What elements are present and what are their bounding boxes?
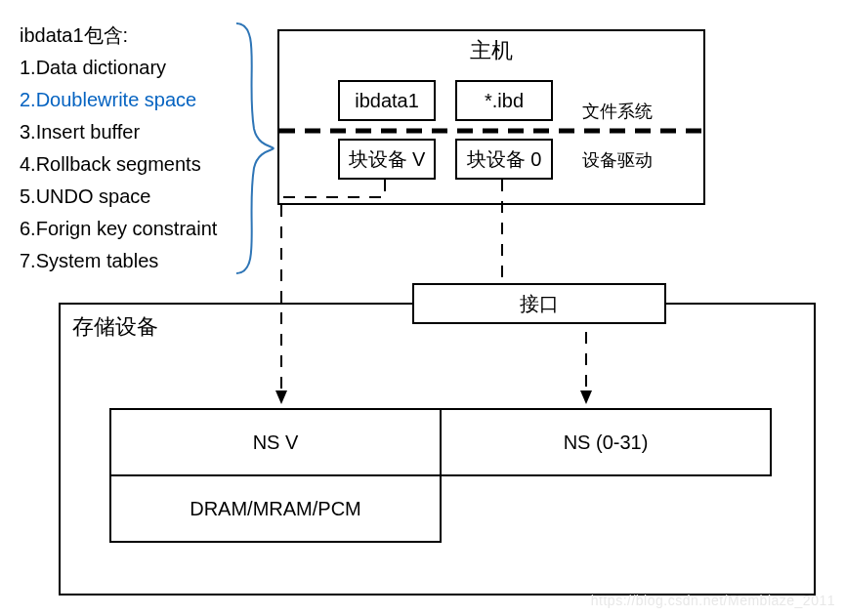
block-device-0-label: 块设备 0 [467, 146, 542, 173]
ns-031-box: NS (0-31) [440, 408, 772, 476]
list-item-highlight: 2.Doublewrite space [20, 84, 217, 116]
memory-box: DRAM/MRAM/PCM [109, 474, 442, 543]
ibd-file-box: *.ibd [455, 80, 553, 121]
list-item: 7.System tables [20, 245, 217, 277]
host-box: 主机 ibdata1 块设备 V *.ibd 块设备 0 文件系统 设备驱动 [277, 29, 705, 205]
fs-label: 文件系统 [582, 100, 653, 123]
curly-brace-icon [232, 21, 275, 275]
dashed-divider [279, 128, 703, 134]
block-device-0-box: 块设备 0 [455, 139, 553, 180]
list-item: 4.Rollback segments [20, 148, 217, 181]
ibdata1-file-box: ibdata1 [338, 80, 436, 121]
watermark: https://blog.csdn.net/Memblaze_2011 [591, 593, 835, 608]
interface-box: 接口 [412, 283, 666, 324]
list-item: 6.Forign key constraint [20, 213, 217, 245]
ibdata1-label: ibdata1 [355, 90, 419, 112]
ns-031-label: NS (0-31) [564, 431, 649, 454]
host-title: 主机 [279, 37, 703, 64]
ibd-label: *.ibd [485, 90, 524, 112]
storage-title: 存储设备 [72, 312, 158, 342]
storage-box: 存储设备 接口 NS V DRAM/MRAM/PCM NS (0-31) [59, 303, 816, 595]
memory-label: DRAM/MRAM/PCM [190, 498, 361, 520]
block-device-v-box: 块设备 V [338, 139, 436, 180]
interface-label: 接口 [520, 291, 559, 317]
list-item: 1.Data dictionary [20, 52, 217, 84]
list-item: 3.Insert buffer [20, 116, 217, 148]
list-title: ibdata1包含: [20, 20, 217, 52]
list-item: 5.UNDO space [20, 181, 217, 213]
driver-label: 设备驱动 [582, 148, 653, 172]
ns-v-box: NS V [109, 408, 442, 476]
ns-v-label: NS V [253, 431, 299, 454]
block-device-v-label: 块设备 V [349, 146, 426, 173]
ibdata1-list: ibdata1包含: 1.Data dictionary 2.Doublewri… [20, 20, 217, 277]
